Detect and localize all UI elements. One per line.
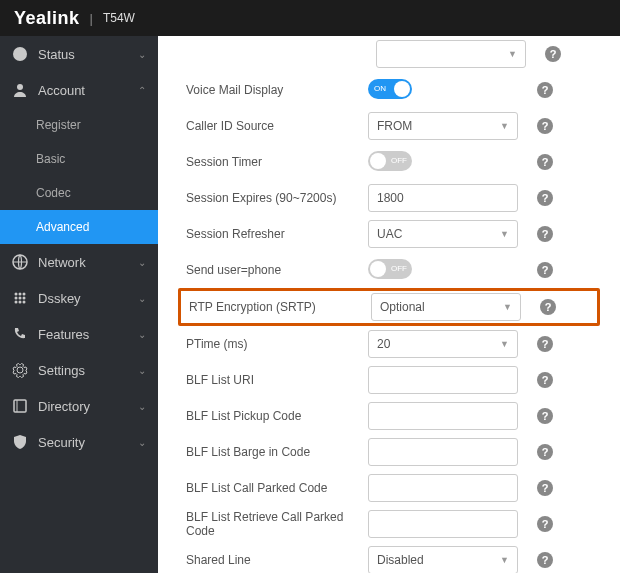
label: Shared Line xyxy=(178,553,368,567)
top-select-partial[interactable]: ▼ xyxy=(376,40,526,68)
row-blf-list-uri: BLF List URI ? xyxy=(178,362,600,398)
chevron-down-icon: ⌄ xyxy=(138,401,146,412)
svg-point-7 xyxy=(19,297,22,300)
row-session-refresher: Session Refresher UAC ▼ ? xyxy=(178,216,600,252)
sidebar-item-dsskey[interactable]: Dsskey ⌄ xyxy=(0,280,158,316)
row-ptime: PTime (ms) 20 ▼ ? xyxy=(178,326,600,362)
label: Session Refresher xyxy=(178,227,368,241)
blf-list-barge-input[interactable] xyxy=(368,438,518,466)
app-header: Yealink | T54W xyxy=(0,0,620,36)
row-caller-id-source: Caller ID Source FROM ▼ ? xyxy=(178,108,600,144)
voice-mail-display-toggle[interactable]: ON xyxy=(368,79,412,99)
main-content: ▼ ? Voice Mail Display ON ? Caller ID So… xyxy=(158,36,620,573)
select-value: FROM xyxy=(377,119,412,133)
send-user-phone-toggle[interactable]: OFF xyxy=(368,259,412,279)
sidebar-item-features[interactable]: Features ⌄ xyxy=(0,316,158,352)
brand-divider: | xyxy=(90,11,93,26)
chevron-down-icon: ⌄ xyxy=(138,257,146,268)
sidebar-item-account[interactable]: Account ⌃ xyxy=(0,72,158,108)
svg-point-8 xyxy=(23,297,26,300)
help-icon[interactable]: ? xyxy=(537,372,553,388)
sidebar-item-network[interactable]: Network ⌄ xyxy=(0,244,158,280)
help-icon[interactable]: ? xyxy=(537,336,553,352)
caller-id-source-select[interactable]: FROM ▼ xyxy=(368,112,518,140)
svg-point-6 xyxy=(15,297,18,300)
help-icon[interactable]: ? xyxy=(545,46,561,62)
label: PTime (ms) xyxy=(178,337,368,351)
sidebar-item-codec[interactable]: Codec xyxy=(0,176,158,210)
label: Send user=phone xyxy=(178,263,368,277)
svg-point-0 xyxy=(13,47,27,61)
svg-point-3 xyxy=(15,293,18,296)
sidebar-item-settings[interactable]: Settings ⌄ xyxy=(0,352,158,388)
row-shared-line: Shared Line Disabled ▼ ? xyxy=(178,542,600,573)
label: BLF List URI xyxy=(178,373,368,387)
help-icon[interactable]: ? xyxy=(537,480,553,496)
help-icon[interactable]: ? xyxy=(537,408,553,424)
user-icon xyxy=(12,82,28,98)
help-icon[interactable]: ? xyxy=(537,444,553,460)
help-icon[interactable]: ? xyxy=(537,82,553,98)
row-blf-list-pickup: BLF List Pickup Code ? xyxy=(178,398,600,434)
sidebar-item-directory[interactable]: Directory ⌄ xyxy=(0,388,158,424)
sidebar-label: Account xyxy=(38,83,85,98)
session-refresher-select[interactable]: UAC ▼ xyxy=(368,220,518,248)
caret-down-icon: ▼ xyxy=(500,229,509,239)
sidebar-item-advanced[interactable]: Advanced xyxy=(0,210,158,244)
sidebar-item-status[interactable]: Status ⌄ xyxy=(0,36,158,72)
sidebar: Status ⌄ Account ⌃ Register Basic Codec … xyxy=(0,36,158,573)
globe-icon xyxy=(12,254,28,270)
ptime-select[interactable]: 20 ▼ xyxy=(368,330,518,358)
select-value: UAC xyxy=(377,227,402,241)
caret-down-icon: ▼ xyxy=(500,555,509,565)
session-timer-toggle[interactable]: OFF xyxy=(368,151,412,171)
chevron-down-icon: ⌄ xyxy=(138,437,146,448)
blf-list-retrieve-input[interactable] xyxy=(368,510,518,538)
help-icon[interactable]: ? xyxy=(537,154,553,170)
help-icon[interactable]: ? xyxy=(540,299,556,315)
sidebar-label: Directory xyxy=(38,399,90,414)
help-icon[interactable]: ? xyxy=(537,190,553,206)
row-blf-list-barge: BLF List Barge in Code ? xyxy=(178,434,600,470)
rtp-encryption-select[interactable]: Optional ▼ xyxy=(371,293,521,321)
svg-point-9 xyxy=(15,301,18,304)
label: Voice Mail Display xyxy=(178,83,368,97)
select-value: 20 xyxy=(377,337,390,351)
row-voice-mail-display: Voice Mail Display ON ? xyxy=(178,72,600,108)
chevron-down-icon: ⌄ xyxy=(138,329,146,340)
sidebar-label: Status xyxy=(38,47,75,62)
book-icon xyxy=(12,398,28,414)
sidebar-item-security[interactable]: Security ⌄ xyxy=(0,424,158,460)
caret-down-icon: ▼ xyxy=(500,121,509,131)
help-icon[interactable]: ? xyxy=(537,262,553,278)
row-blf-list-retrieve: BLF List Retrieve Call Parked Code ? xyxy=(178,506,600,542)
row-session-timer: Session Timer OFF ? xyxy=(178,144,600,180)
help-icon[interactable]: ? xyxy=(537,226,553,242)
shared-line-select[interactable]: Disabled ▼ xyxy=(368,546,518,573)
toggle-knob xyxy=(370,153,386,169)
label: BLF List Retrieve Call Parked Code xyxy=(178,510,368,538)
session-expires-input[interactable] xyxy=(368,184,518,212)
help-icon[interactable]: ? xyxy=(537,516,553,532)
gear-icon xyxy=(12,362,28,378)
help-icon[interactable]: ? xyxy=(537,118,553,134)
sidebar-item-register[interactable]: Register xyxy=(0,108,158,142)
toggle-off-label: OFF xyxy=(391,264,407,273)
sidebar-label: Settings xyxy=(38,363,85,378)
label: BLF List Pickup Code xyxy=(178,409,368,423)
model-name: T54W xyxy=(103,11,135,25)
blf-list-call-parked-input[interactable] xyxy=(368,474,518,502)
sidebar-item-basic[interactable]: Basic xyxy=(0,142,158,176)
blf-list-pickup-input[interactable] xyxy=(368,402,518,430)
label: BLF List Call Parked Code xyxy=(178,481,368,495)
label: Session Timer xyxy=(178,155,368,169)
svg-point-1 xyxy=(17,84,23,90)
brand-logo: Yealink xyxy=(14,8,80,29)
blf-list-uri-input[interactable] xyxy=(368,366,518,394)
row-blf-list-call-parked: BLF List Call Parked Code ? xyxy=(178,470,600,506)
svg-point-5 xyxy=(23,293,26,296)
keypad-icon xyxy=(12,290,28,306)
svg-point-11 xyxy=(23,301,26,304)
chevron-down-icon: ⌄ xyxy=(138,49,146,60)
help-icon[interactable]: ? xyxy=(537,552,553,568)
